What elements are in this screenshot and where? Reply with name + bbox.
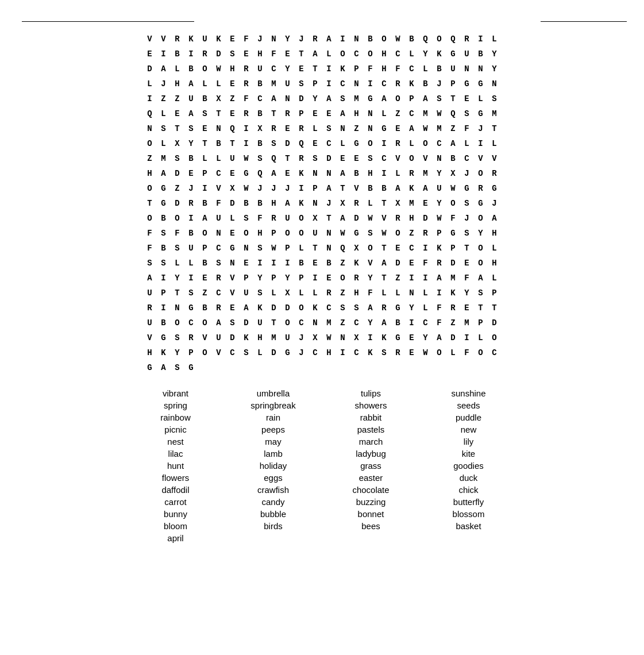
grid-cell: R [419, 226, 433, 240]
grid-cell: N [267, 32, 281, 46]
grid-cell: X [226, 182, 240, 195]
grid-cell: R [391, 211, 405, 225]
grid-cell: F [171, 226, 184, 240]
grid-cell: R [295, 152, 308, 165]
grid-cell: T [377, 196, 391, 210]
grid-cell: Q [446, 107, 460, 121]
grid-cell: E [391, 241, 405, 255]
grid-cell: L [212, 152, 226, 165]
grid-cell: I [419, 271, 433, 285]
grid-cell: P [240, 271, 253, 285]
grid-cell: R [143, 301, 157, 315]
grid-cell: R [267, 211, 281, 225]
grid-cell: M [433, 122, 446, 136]
grid-cell: F [446, 211, 460, 225]
grid-cell: E [143, 47, 157, 61]
grid-cell: R [212, 301, 226, 315]
grid-cell: T [488, 301, 502, 315]
grid-cell: E [405, 346, 419, 360]
grid-cell: L [253, 346, 267, 360]
grid-cell: F [460, 122, 474, 136]
grid-cell: P [308, 182, 322, 195]
grid-cell: P [295, 107, 308, 121]
grid-cell: T [226, 137, 240, 151]
grid-cell: Z [198, 286, 212, 300]
grid-cell: S [253, 286, 267, 300]
grid-cell: N [322, 241, 336, 255]
grid-cell: H [350, 286, 364, 300]
grid-cell: S [322, 122, 336, 136]
grid-cell: E [226, 301, 240, 315]
grid-cell: N [212, 226, 226, 240]
header [17, 11, 627, 22]
grid-cell: K [377, 331, 391, 345]
grid-cell: N [281, 92, 295, 106]
grid-cell: Y [433, 196, 446, 210]
grid-cell: L [488, 271, 502, 285]
grid-cell: E [226, 226, 240, 240]
grid-cell: R [184, 331, 198, 345]
grid-cell: A [322, 32, 336, 46]
grid-cell: T [308, 62, 322, 76]
grid-cell: N [433, 152, 446, 165]
grid-cell: X [171, 137, 184, 151]
grid-cell: S [171, 361, 184, 375]
grid-cell: H [364, 167, 377, 180]
grid-cell: I [433, 286, 446, 300]
grid-cell: E [281, 47, 295, 61]
grid-cell: C [350, 346, 364, 360]
grid-cell: T [308, 241, 322, 255]
grid-cell: C [405, 107, 419, 121]
grid-cell: O [198, 316, 212, 330]
grid-cell: O [474, 346, 488, 360]
grid-cell: O [295, 211, 308, 225]
word-item: blossom [423, 509, 515, 519]
grid-cell: D [488, 316, 502, 330]
grid-cell: W [240, 182, 253, 195]
word-item: nest [130, 437, 222, 446]
grid-cell: Y [364, 271, 377, 285]
grid-cell: I [295, 182, 308, 195]
grid-cell: D [226, 196, 240, 210]
grid-cell: E [198, 122, 212, 136]
grid-cell: H [143, 167, 157, 180]
grid-cell: S [488, 92, 502, 106]
grid-cell: B [391, 316, 405, 330]
grid-cell: I [405, 271, 419, 285]
grid-cell: Z [171, 182, 184, 195]
grid-cell: C [322, 301, 336, 315]
grid-cell: C [350, 316, 364, 330]
grid-cell: R [281, 107, 295, 121]
grid-cell: B [253, 107, 267, 121]
word-item [423, 533, 515, 543]
grid-cell: K [446, 286, 460, 300]
grid-cell: U [308, 226, 322, 240]
word-item: ladybug [325, 449, 417, 458]
word-item: umbrella [227, 388, 319, 398]
grid-cell: A [377, 316, 391, 330]
word-item: lilac [130, 449, 222, 458]
grid-cell: K [364, 346, 377, 360]
grid-cell: O [364, 137, 377, 151]
grid-cell: H [488, 226, 502, 240]
grid-cell: S [240, 346, 253, 360]
grid-cell: Q [226, 122, 240, 136]
grid-cell: K [336, 62, 350, 76]
grid-cell: H [143, 346, 157, 360]
grid-cell: E [226, 167, 240, 180]
grid-cell: P [184, 346, 198, 360]
grid-cell: E [226, 77, 240, 91]
grid-cell: D [171, 167, 184, 180]
grid-cell: X [350, 331, 364, 345]
grid-cell: I [336, 32, 350, 46]
grid-cell: F [419, 256, 433, 270]
grid-cell: P [405, 92, 419, 106]
grid-cell: Q [295, 137, 308, 151]
grid-cell: Z [336, 256, 350, 270]
word-list-inner: vibrantumbrellatulipssunshinespringsprin… [130, 388, 515, 543]
grid-cell: A [433, 331, 446, 345]
grid-cell: I [281, 256, 295, 270]
grid-cell: Y [171, 271, 184, 285]
grid-cell: D [446, 256, 460, 270]
grid-cell: A [364, 301, 377, 315]
